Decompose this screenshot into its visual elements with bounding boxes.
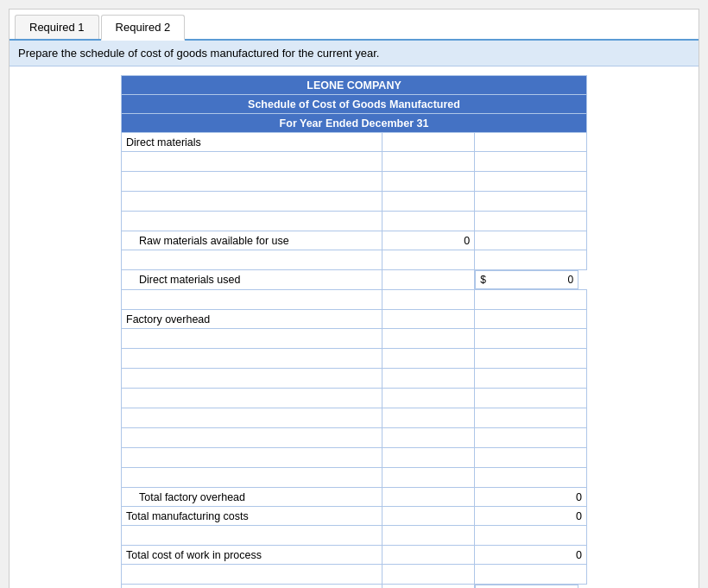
dm-text-input-1[interactable] <box>126 154 377 169</box>
fo-label-4[interactable] <box>122 389 382 408</box>
tab-required2[interactable]: Required 2 <box>101 15 186 41</box>
fo-mid-1[interactable] <box>382 329 475 349</box>
wip-mid-input[interactable] <box>382 526 475 546</box>
fo-text-6[interactable] <box>126 430 377 446</box>
wip-text-input[interactable] <box>126 528 377 543</box>
cog-right-value[interactable] <box>479 566 582 582</box>
fo-right-val-1[interactable] <box>479 331 582 346</box>
fo-right-2[interactable] <box>475 349 587 369</box>
dm-label-input-2[interactable] <box>122 172 382 192</box>
factory-overhead-label-row: Factory overhead <box>122 310 587 329</box>
fo-right-val-5[interactable] <box>479 410 582 426</box>
cog-mid-input[interactable] <box>382 565 475 585</box>
dm-label-input-6[interactable] <box>122 290 382 310</box>
fo-right-3[interactable] <box>475 369 587 389</box>
dm-label-input-3[interactable] <box>122 192 382 212</box>
dm-right-value-4[interactable] <box>479 213 582 229</box>
dm-text-input-2[interactable] <box>126 174 377 189</box>
fo-right-val-6[interactable] <box>479 430 582 446</box>
fo-mid-8[interactable] <box>382 468 475 488</box>
dm-label-input-4[interactable] <box>122 212 382 231</box>
dm-label-input-1[interactable] <box>122 152 382 172</box>
fo-right-8[interactable] <box>475 468 587 488</box>
fo-text-7[interactable] <box>126 450 377 465</box>
dm-mid-value-3[interactable] <box>387 193 471 209</box>
fo-right-5[interactable] <box>475 408 587 428</box>
tab-required1[interactable]: Required 1 <box>15 15 99 39</box>
fo-mid-val-5[interactable] <box>387 410 471 426</box>
dm-right-value-6[interactable] <box>479 292 582 307</box>
direct-materials-label-row: Direct materials <box>122 133 587 152</box>
fo-mid-val-3[interactable] <box>387 370 471 386</box>
dm-text-input-3[interactable] <box>126 193 377 209</box>
fo-right-val-3[interactable] <box>479 370 582 386</box>
fo-mid-val-2[interactable] <box>387 351 471 366</box>
dm-mid-input-5[interactable] <box>382 250 475 270</box>
dm-mid-value-5[interactable] <box>387 252 471 268</box>
dm-right-value-2[interactable] <box>479 174 582 189</box>
dm-mid-input-2[interactable] <box>382 172 475 192</box>
dm-right-value-1[interactable] <box>479 154 582 169</box>
fo-mid-val-8[interactable] <box>387 470 471 485</box>
wip-label-input[interactable] <box>122 526 382 546</box>
fo-mid-3[interactable] <box>382 369 475 389</box>
fo-right-4[interactable] <box>475 389 587 408</box>
dm-mid-value-1[interactable] <box>387 154 471 169</box>
fo-label-3[interactable] <box>122 369 382 389</box>
fo-label-6[interactable] <box>122 428 382 448</box>
dm-mid-input-1[interactable] <box>382 152 475 172</box>
dm-text-input-5[interactable] <box>126 252 377 268</box>
dm-text-input-4[interactable] <box>126 213 377 229</box>
fo-right-1[interactable] <box>475 329 587 349</box>
fo-text-5[interactable] <box>126 410 377 426</box>
cog-mid-value[interactable] <box>387 566 471 582</box>
dm-right-input-2[interactable] <box>475 172 587 192</box>
fo-label-8[interactable] <box>122 468 382 488</box>
dm-text-input-6[interactable] <box>126 292 377 307</box>
fo-label-1[interactable] <box>122 329 382 349</box>
fo-right-val-8[interactable] <box>479 470 582 485</box>
fo-mid-val-6[interactable] <box>387 430 471 446</box>
fo-mid-4[interactable] <box>382 389 475 408</box>
fo-right-6[interactable] <box>475 428 587 448</box>
dm-mid-input-3[interactable] <box>382 192 475 212</box>
wip-right-input[interactable] <box>475 526 587 546</box>
fo-right-val-4[interactable] <box>479 390 582 406</box>
dm-right-input-1[interactable] <box>475 152 587 172</box>
dm-mid-value-4[interactable] <box>387 213 471 229</box>
dm-right-input-5[interactable] <box>475 250 587 270</box>
fo-label-2[interactable] <box>122 349 382 369</box>
fo-text-4[interactable] <box>126 390 377 406</box>
fo-mid-7[interactable] <box>382 448 475 468</box>
dm-mid-value-6[interactable] <box>387 292 471 307</box>
fo-mid-6[interactable] <box>382 428 475 448</box>
dm-label-input-5[interactable] <box>122 250 382 270</box>
dm-right-input-4[interactable] <box>475 212 587 231</box>
dm-mid-value-2[interactable] <box>387 174 471 189</box>
fo-text-3[interactable] <box>126 370 377 386</box>
fo-text-8[interactable] <box>126 470 377 485</box>
fo-label-7[interactable] <box>122 448 382 468</box>
fo-mid-2[interactable] <box>382 349 475 369</box>
fo-right-val-2[interactable] <box>479 351 582 366</box>
wip-right-value[interactable] <box>479 528 582 543</box>
cog-right-input[interactable] <box>475 565 587 585</box>
fo-right-val-7[interactable] <box>479 450 582 465</box>
fo-text-2[interactable] <box>126 351 377 366</box>
wip-mid-value[interactable] <box>387 528 471 543</box>
fo-mid-val-1[interactable] <box>387 331 471 346</box>
dm-right-value-3[interactable] <box>479 193 582 209</box>
dm-right-value-5[interactable] <box>479 252 582 268</box>
fo-label-5[interactable] <box>122 408 382 428</box>
cog-label-input[interactable] <box>122 565 382 585</box>
fo-text-1[interactable] <box>126 331 377 346</box>
fo-mid-val-7[interactable] <box>387 450 471 465</box>
fo-mid-val-4[interactable] <box>387 390 471 406</box>
fo-mid-5[interactable] <box>382 408 475 428</box>
dm-mid-input-4[interactable] <box>382 212 475 231</box>
fo-right-7[interactable] <box>475 448 587 468</box>
cog-text-input[interactable] <box>126 566 377 582</box>
dm-right-input-6[interactable] <box>475 290 587 310</box>
dm-right-input-3[interactable] <box>475 192 587 212</box>
dm-mid-input-6[interactable] <box>382 290 475 310</box>
